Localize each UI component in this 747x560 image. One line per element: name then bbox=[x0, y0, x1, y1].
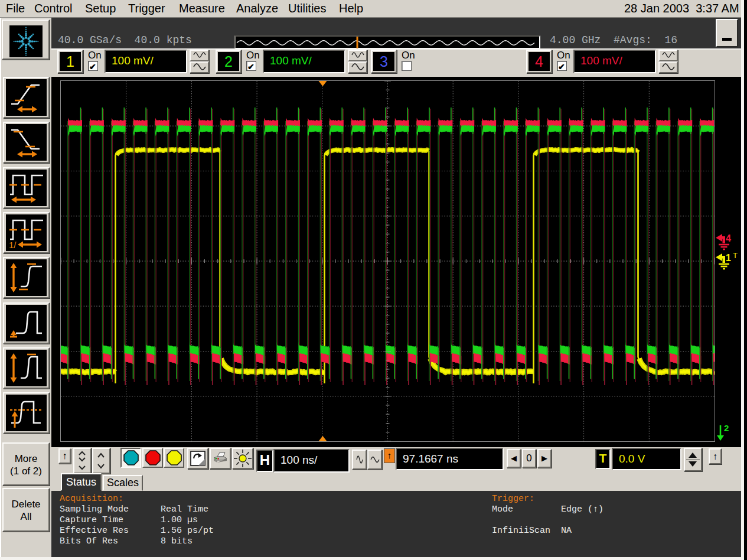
svg-text:1/: 1/ bbox=[9, 240, 17, 250]
svg-text:T: T bbox=[733, 252, 738, 260]
svg-text:2: 2 bbox=[724, 424, 729, 433]
svg-text:4: 4 bbox=[726, 233, 731, 243]
svg-text:1: 1 bbox=[726, 253, 731, 263]
